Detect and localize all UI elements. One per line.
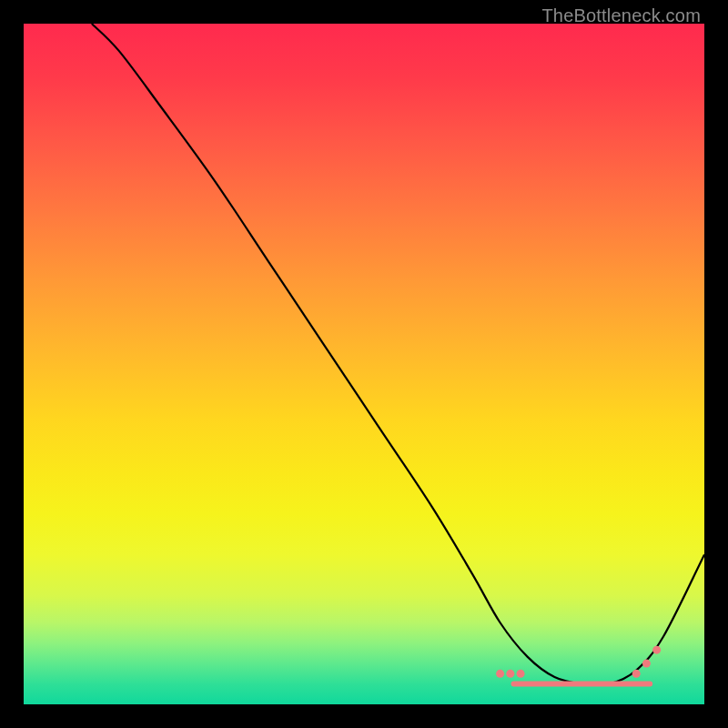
marker-dot: [652, 646, 661, 654]
bottleneck-curve: [92, 24, 704, 685]
marker-dot: [506, 670, 514, 678]
chart-overlay: [24, 24, 704, 704]
marker-dot: [632, 670, 641, 678]
marker-cluster-left: [496, 670, 524, 678]
marker-dot: [496, 670, 504, 678]
marker-cluster-right: [632, 646, 661, 678]
marker-dot: [642, 660, 651, 668]
marker-dot: [517, 670, 525, 678]
